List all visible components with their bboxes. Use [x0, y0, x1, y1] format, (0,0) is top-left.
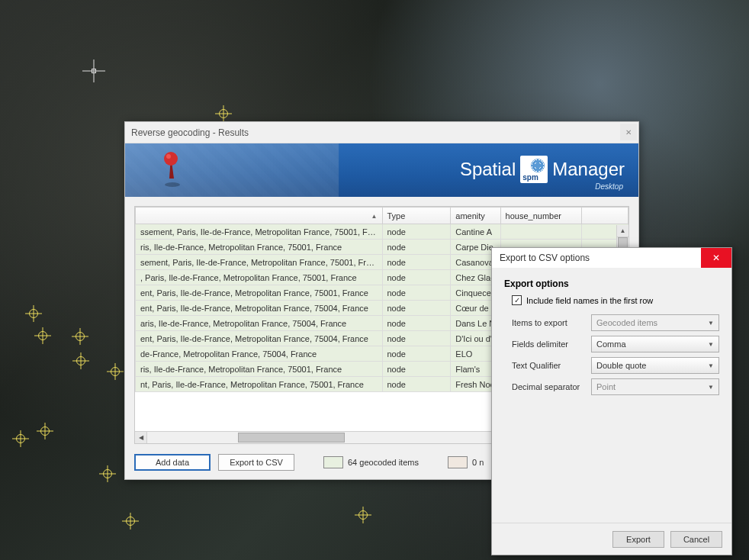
column-header[interactable] — [581, 208, 628, 224]
decimal-separator-label: Decimal separator — [512, 382, 591, 391]
banner: Spatial spm Manager Desktop — [125, 143, 638, 197]
table-cell[interactable]: node — [382, 240, 451, 255]
table-cell[interactable]: node — [382, 331, 451, 346]
close-icon[interactable]: ✕ — [620, 124, 637, 140]
column-header[interactable]: ▲ — [136, 208, 383, 224]
table-cell[interactable]: de-France, Metropolitan France, 75004, F… — [136, 346, 383, 362]
fields-delimiter-combo[interactable]: Comma▼ — [591, 336, 719, 352]
close-icon[interactable]: ✕ — [701, 248, 731, 268]
table-cell[interactable]: nt, Paris, Ile-de-France, Metropolitan F… — [136, 377, 383, 392]
scroll-left-icon[interactable]: ◀ — [135, 432, 147, 443]
table-cell[interactable]: ris, Ile-de-France, Metropolitan France,… — [136, 240, 383, 255]
geocoded-swatch — [323, 456, 343, 468]
table-cell[interactable]: node — [382, 270, 451, 285]
table-cell[interactable]: node — [382, 285, 451, 301]
dialog-footer: Export Cancel — [492, 523, 731, 555]
table-cell[interactable]: Cantine A — [451, 224, 500, 240]
text-qualifier-combo[interactable]: Double quote▼ — [591, 357, 719, 374]
dialog-body: Export options ✓ Include field names in … — [492, 268, 731, 523]
sort-asc-icon: ▲ — [371, 212, 378, 219]
banner-product: Manager — [552, 159, 625, 180]
dialog-title: Export to CSV options — [500, 253, 590, 263]
table-cell[interactable]: node — [382, 362, 451, 377]
table-cell[interactable]: node — [382, 346, 451, 362]
table-cell[interactable] — [500, 224, 581, 240]
checkbox-label: Include field names in the first row — [526, 296, 653, 305]
table-cell[interactable]: aris, Ile-de-France, Metropolitan France… — [136, 316, 383, 331]
include-fieldnames-row[interactable]: ✓ Include field names in the first row — [512, 295, 719, 305]
table-cell[interactable]: ssement, Paris, Ile-de-France, Metropoli… — [136, 224, 383, 240]
chevron-down-icon: ▼ — [708, 362, 714, 369]
export-dialog: Export to CSV options ✕ Export options ✓… — [491, 247, 732, 555]
banner-brand: Spatial — [460, 159, 516, 180]
table-cell[interactable]: node — [382, 301, 451, 316]
table-cell[interactable]: sement, Paris, Ile-de-France, Metropolit… — [136, 255, 383, 270]
export-button[interactable]: Export — [612, 531, 664, 548]
cancel-button[interactable]: Cancel — [670, 531, 722, 548]
crosshair-cursor — [82, 60, 105, 82]
column-header[interactable]: amenity — [451, 208, 500, 224]
banner-subtitle: Desktop — [595, 182, 623, 191]
chevron-down-icon: ▼ — [708, 384, 714, 391]
table-cell[interactable]: , Paris, Ile-de-France, Metropolitan Fra… — [136, 270, 383, 285]
chevron-down-icon: ▼ — [708, 341, 714, 348]
scroll-thumb[interactable] — [238, 433, 345, 443]
table-cell[interactable]: node — [382, 255, 451, 270]
banner-logo-icon: spm — [520, 156, 548, 183]
fields-delimiter-label: Fields delimiter — [512, 340, 591, 349]
legend-nogeo: 0 n — [448, 456, 484, 468]
svg-point-1 — [164, 152, 178, 166]
dialog-titlebar[interactable]: Export to CSV options ✕ — [492, 248, 731, 268]
table-cell[interactable]: node — [382, 224, 451, 240]
legend-label: 0 n — [472, 458, 484, 467]
column-header[interactable]: house_number — [500, 208, 581, 224]
export-csv-button[interactable]: Export to CSV — [218, 454, 294, 471]
checkbox-checked-icon[interactable]: ✓ — [512, 295, 522, 305]
svg-point-2 — [166, 154, 171, 159]
table-cell[interactable]: node — [382, 377, 451, 392]
table-cell[interactable]: ent, Paris, Ile-de-France, Metropolitan … — [136, 331, 383, 346]
items-to-export-combo[interactable]: Geocoded items▼ — [591, 314, 719, 331]
banner-title: Spatial spm Manager — [460, 156, 625, 183]
svg-point-0 — [165, 182, 180, 187]
table-row[interactable]: ssement, Paris, Ile-de-France, Metropoli… — [136, 224, 628, 240]
nogeo-swatch — [448, 456, 468, 468]
window-title: Reverse geocoding - Results — [131, 127, 249, 138]
table-cell[interactable]: ris, Ile-de-France, Metropolitan France,… — [136, 362, 383, 377]
legend-geocoded: 64 geocoded items — [323, 456, 419, 468]
table-cell[interactable]: ent, Paris, Ile-de-France, Metropolitan … — [136, 301, 383, 316]
table-cell[interactable]: node — [382, 316, 451, 331]
export-options-heading: Export options — [504, 278, 719, 289]
window-titlebar[interactable]: Reverse geocoding - Results ✕ — [125, 122, 638, 143]
add-data-button[interactable]: Add data — [134, 454, 211, 471]
legend-label: 64 geocoded items — [348, 458, 419, 467]
decimal-separator-combo[interactable]: Point▼ — [591, 378, 719, 395]
chevron-down-icon: ▼ — [708, 320, 714, 327]
items-to-export-label: Items to export — [512, 318, 591, 327]
column-header[interactable]: Type — [382, 208, 451, 224]
table-cell[interactable]: ent, Paris, Ile-de-France, Metropolitan … — [136, 285, 383, 301]
banner-pin-icon — [156, 151, 186, 191]
scroll-up-icon[interactable]: ▲ — [617, 225, 628, 237]
text-qualifier-label: Text Qualifier — [512, 361, 591, 370]
